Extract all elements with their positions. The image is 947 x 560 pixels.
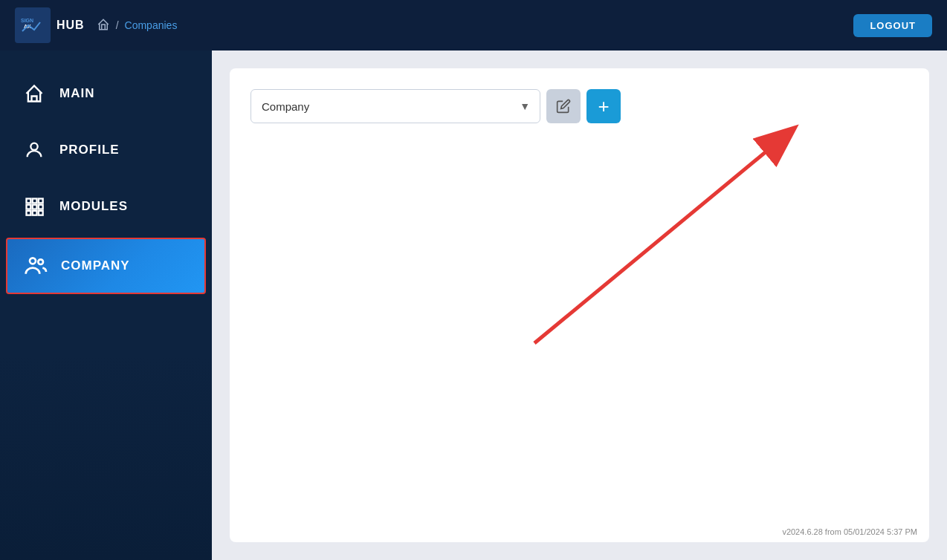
content-card: Company ▼ + [230, 68, 929, 542]
main-content: Company ▼ + [212, 51, 947, 560]
svg-point-12 [30, 258, 36, 264]
version-info: v2024.6.28 from 05/01/2024 5:37 PM [782, 527, 917, 536]
hub-label: HUB [56, 19, 85, 32]
svg-rect-10 [33, 211, 37, 215]
svg-rect-4 [33, 199, 37, 204]
sidebar: MAIN PROFILE MODULES [0, 51, 212, 560]
user-icon [22, 138, 46, 162]
svg-point-13 [38, 259, 43, 264]
logout-button[interactable]: LOGOUT [853, 14, 932, 37]
breadcrumb-separator: / [116, 19, 119, 31]
sidebar-item-profile-label: PROFILE [59, 143, 120, 157]
sidebar-item-modules-label: MODULES [59, 199, 128, 214]
edit-button[interactable] [546, 89, 581, 123]
sidebar-item-main[interactable]: MAIN [0, 65, 212, 122]
home-icon [22, 82, 46, 105]
signax-logo: SIGN AX [19, 12, 46, 39]
svg-rect-11 [39, 211, 43, 215]
toolbar-row: Company ▼ + [251, 89, 908, 123]
logo-box: SIGN AX [15, 7, 51, 43]
top-nav: SIGN AX HUB / Companies LOGOUT [0, 0, 947, 51]
company-select-wrapper: Company ▼ [251, 89, 540, 123]
nav-left: SIGN AX HUB / Companies [15, 7, 177, 43]
sidebar-item-profile[interactable]: PROFILE [0, 122, 212, 178]
svg-point-2 [30, 143, 37, 150]
svg-text:SIGN: SIGN [21, 18, 33, 23]
plus-icon: + [598, 97, 609, 116]
layout: MAIN PROFILE MODULES [0, 51, 947, 560]
svg-line-15 [534, 129, 793, 343]
company-select[interactable]: Company [251, 89, 540, 123]
add-button[interactable]: + [586, 89, 621, 123]
svg-rect-6 [27, 205, 31, 209]
annotation-arrow [497, 113, 854, 383]
breadcrumb: / Companies [97, 18, 178, 33]
sidebar-item-company-label: COMPANY [61, 258, 130, 273]
svg-rect-3 [27, 199, 31, 204]
svg-rect-8 [39, 205, 43, 209]
sidebar-item-modules[interactable]: MODULES [0, 178, 212, 235]
grid-icon [22, 195, 46, 218]
home-icon[interactable] [97, 18, 110, 33]
sidebar-item-company[interactable]: COMPANY [6, 238, 206, 294]
sidebar-item-main-label: MAIN [59, 86, 94, 101]
svg-rect-7 [33, 205, 37, 209]
breadcrumb-current[interactable]: Companies [125, 19, 178, 31]
svg-rect-5 [39, 199, 43, 204]
logo-area: SIGN AX HUB [15, 7, 85, 43]
pencil-icon [556, 99, 571, 114]
svg-rect-9 [27, 211, 31, 215]
company-users-icon [24, 254, 48, 278]
